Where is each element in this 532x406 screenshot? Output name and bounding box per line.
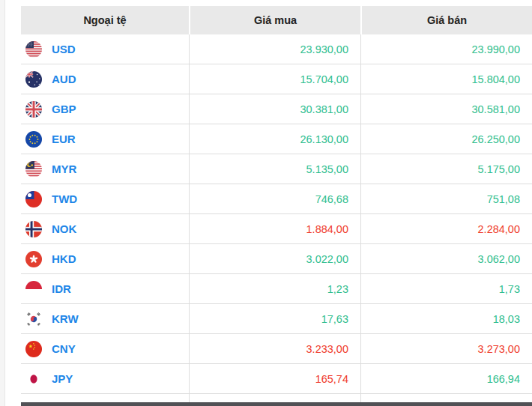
currency-cell: MYR xyxy=(21,154,189,184)
twd-flag-icon xyxy=(25,191,42,207)
buy-price: 1,23 xyxy=(189,274,360,303)
currency-code-link[interactable]: EUR xyxy=(52,133,76,145)
hkd-flag-icon xyxy=(25,251,42,267)
table-row: GBP 30.381,00 30.581,00 xyxy=(21,94,532,124)
sell-price: 30.581,00 xyxy=(360,94,532,124)
sell-price: 5.175,00 xyxy=(360,154,532,184)
currency-cell: EUR xyxy=(21,124,189,154)
column-header-sell: Giá bán xyxy=(360,6,532,34)
buy-price: 746,68 xyxy=(189,184,360,213)
table-row: TWD 746,68 751,08 xyxy=(21,184,532,214)
table-body: USD 23.930,00 23.990,00 AUD 15.704,00 15… xyxy=(21,34,532,394)
column-header-currency: Ngoại tệ xyxy=(21,6,189,34)
nok-flag-icon xyxy=(25,221,42,237)
myr-flag-icon xyxy=(25,161,42,178)
column-header-buy: Giá mua xyxy=(189,6,360,34)
next-section-header-edge xyxy=(21,402,532,406)
currency-cell: USD xyxy=(21,34,189,64)
currency-code-link[interactable]: IDR xyxy=(52,282,71,295)
buy-price: 3.022,00 xyxy=(189,244,360,273)
sell-price: 15.804,00 xyxy=(360,64,532,94)
table-row: JPY 165,74 166,94 xyxy=(21,364,532,394)
currency-cell: KRW xyxy=(21,304,189,333)
table-row: IDR 1,23 1,73 xyxy=(21,274,532,304)
jpy-flag-icon xyxy=(25,371,42,387)
exchange-rate-table: Ngoại tệ Giá mua Giá bán USD 23.930,00 2… xyxy=(21,6,532,402)
currency-cell: NOK xyxy=(21,214,189,243)
currency-cell: CNY xyxy=(21,334,189,363)
table-row: NOK 1.884,00 2.284,00 xyxy=(21,214,532,244)
table-row: HKD 3.022,00 3.062,00 xyxy=(21,244,532,274)
buy-price: 30.381,00 xyxy=(189,94,360,124)
currency-cell: JPY xyxy=(21,364,189,393)
aud-flag-icon xyxy=(25,71,42,88)
gbp-flag-icon xyxy=(25,101,42,118)
buy-price: 165,74 xyxy=(189,364,360,393)
buy-price: 17,63 xyxy=(189,304,360,333)
currency-code-link[interactable]: JPY xyxy=(52,372,73,385)
sell-price: 18,03 xyxy=(360,304,532,333)
currency-cell: HKD xyxy=(21,244,189,273)
currency-code-link[interactable]: AUD xyxy=(52,73,76,85)
currency-cell: IDR xyxy=(21,274,189,303)
krw-flag-icon xyxy=(25,311,42,327)
partial-next-row xyxy=(21,394,532,402)
usd-flag-icon xyxy=(25,41,42,58)
buy-price: 1.884,00 xyxy=(189,214,360,243)
idr-flag-icon xyxy=(25,281,42,297)
table-row: AUD 15.704,00 15.804,00 xyxy=(21,64,532,94)
cny-flag-icon xyxy=(25,341,42,357)
sell-price: 1,73 xyxy=(360,274,532,303)
currency-code-link[interactable]: GBP xyxy=(52,103,76,115)
sell-price: 3.062,00 xyxy=(360,244,532,273)
currency-code-link[interactable]: NOK xyxy=(52,222,76,235)
currency-code-link[interactable]: HKD xyxy=(52,252,76,265)
table-row: CNY 3.233,00 3.273,00 xyxy=(21,334,532,364)
eur-flag-icon xyxy=(25,131,42,148)
buy-price: 3.233,00 xyxy=(189,334,360,363)
currency-code-link[interactable]: CNY xyxy=(52,342,76,355)
table-row: MYR 5.135,00 5.175,00 xyxy=(21,154,532,184)
currency-cell: GBP xyxy=(21,94,189,124)
buy-price: 23.930,00 xyxy=(189,34,360,64)
buy-price: 15.704,00 xyxy=(189,64,360,94)
currency-code-link[interactable]: TWD xyxy=(52,193,77,205)
table-row: EUR 26.130,00 26.250,00 xyxy=(21,124,532,154)
sell-price: 3.273,00 xyxy=(360,334,532,363)
currency-cell: TWD xyxy=(21,184,189,213)
currency-cell: AUD xyxy=(21,64,189,94)
sell-price: 26.250,00 xyxy=(360,124,532,154)
page-left-edge xyxy=(0,0,5,406)
table-row: USD 23.930,00 23.990,00 xyxy=(21,34,532,64)
table-header-row: Ngoại tệ Giá mua Giá bán xyxy=(21,6,532,34)
sell-price: 23.990,00 xyxy=(360,34,532,64)
sell-price: 751,08 xyxy=(360,184,532,213)
table-row: KRW 17,63 18,03 xyxy=(21,304,532,334)
sell-price: 2.284,00 xyxy=(360,214,532,243)
sell-price: 166,94 xyxy=(360,364,532,393)
buy-price: 26.130,00 xyxy=(189,124,360,154)
currency-code-link[interactable]: KRW xyxy=(52,312,79,325)
currency-code-link[interactable]: USD xyxy=(52,43,76,55)
buy-price: 5.135,00 xyxy=(189,154,360,184)
currency-code-link[interactable]: MYR xyxy=(52,163,76,175)
